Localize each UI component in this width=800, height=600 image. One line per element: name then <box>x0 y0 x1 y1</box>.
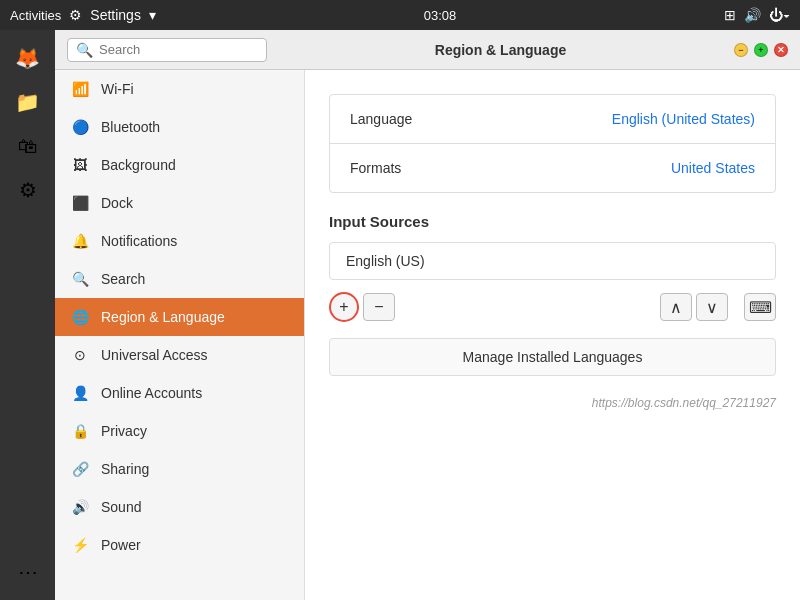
manage-languages-button[interactable]: Manage Installed Languages <box>329 338 776 376</box>
whole-layout: Activities ⚙ Settings ▾ 03:08 ⊞ 🔊 ⏻▾ 🦊 📁… <box>0 0 800 600</box>
sidebar-item-search[interactable]: 🔍 Search <box>55 260 304 298</box>
bluetooth-icon: 🔵 <box>71 118 89 136</box>
search-sidebar-icon: 🔍 <box>71 270 89 288</box>
sidebar-item-sharing[interactable]: 🔗 Sharing <box>55 450 304 488</box>
dock-icon-sidebar: ⬛ <box>71 194 89 212</box>
language-row[interactable]: Language English (United States) <box>329 94 776 144</box>
sidebar-item-label: Universal Access <box>101 347 208 363</box>
add-input-source-button[interactable]: + <box>329 292 359 322</box>
move-up-button[interactable]: ∧ <box>660 293 692 321</box>
power-icon: ⚡ <box>71 536 89 554</box>
activities-button[interactable]: Activities <box>10 8 61 23</box>
move-down-button[interactable]: ∨ <box>696 293 728 321</box>
network-icon: ⊞ <box>724 7 736 23</box>
sidebar: 📶 Wi-Fi 🔵 Bluetooth 🖼 Background ⬛ Dock <box>55 70 305 600</box>
region-icon: 🌐 <box>71 308 89 326</box>
formats-value[interactable]: United States <box>671 160 755 176</box>
sidebar-item-label: Sharing <box>101 461 149 477</box>
input-sources-title: Input Sources <box>329 213 776 230</box>
sidebar-item-region-language[interactable]: 🌐 Region & Language <box>55 298 304 336</box>
dock: 🦊 📁 🛍 ⚙ ⋯ <box>0 30 55 600</box>
wifi-icon: 📶 <box>71 80 89 98</box>
search-input[interactable] <box>99 42 258 57</box>
sidebar-item-label: Background <box>101 157 176 173</box>
sound-icon: 🔊 <box>71 498 89 516</box>
sidebar-item-label: Online Accounts <box>101 385 202 401</box>
watermark: https://blog.csdn.net/qq_27211927 <box>329 396 776 410</box>
sidebar-item-label: Power <box>101 537 141 553</box>
window-content: 📶 Wi-Fi 🔵 Bluetooth 🖼 Background ⬛ Dock <box>55 70 800 600</box>
remove-input-source-button[interactable]: − <box>363 293 395 321</box>
online-accounts-icon: 👤 <box>71 384 89 402</box>
universal-access-icon: ⊙ <box>71 346 89 364</box>
language-label: Language <box>350 111 412 127</box>
dock-settings[interactable]: ⚙ <box>8 170 48 210</box>
sidebar-item-label: Dock <box>101 195 133 211</box>
sidebar-item-bluetooth[interactable]: 🔵 Bluetooth <box>55 108 304 146</box>
notifications-icon: 🔔 <box>71 232 89 250</box>
window-frame: 🔍 Region & Language − + ✕ 📶 Wi-Fi <box>55 30 800 600</box>
sidebar-item-label: Region & Language <box>101 309 225 325</box>
keyboard-layout-button[interactable]: ⌨ <box>744 293 776 321</box>
topbar-clock: 03:08 <box>424 8 457 23</box>
close-button[interactable]: ✕ <box>774 43 788 57</box>
input-sources-list: English (US) <box>329 242 776 280</box>
minimize-button[interactable]: − <box>734 43 748 57</box>
sidebar-item-label: Search <box>101 271 145 287</box>
sidebar-item-sound[interactable]: 🔊 Sound <box>55 488 304 526</box>
sidebar-item-universal-access[interactable]: ⊙ Universal Access <box>55 336 304 374</box>
topbar-dropdown-icon[interactable]: ▾ <box>149 7 156 23</box>
volume-icon: 🔊 <box>744 7 761 23</box>
input-source-item[interactable]: English (US) <box>330 243 775 279</box>
background-icon: 🖼 <box>71 156 89 174</box>
power-menu-icon[interactable]: ⏻▾ <box>769 7 790 23</box>
sidebar-item-dock[interactable]: ⬛ Dock <box>55 184 304 222</box>
dock-files[interactable]: 📁 <box>8 82 48 122</box>
topbar: Activities ⚙ Settings ▾ 03:08 ⊞ 🔊 ⏻▾ <box>0 0 800 30</box>
dock-apps[interactable]: ⋯ <box>8 552 48 592</box>
window-title: Region & Language <box>277 42 724 58</box>
topbar-app-name[interactable]: Settings <box>90 7 141 23</box>
titlebar-search[interactable]: 🔍 <box>67 38 267 62</box>
formats-label: Formats <box>350 160 401 176</box>
formats-row[interactable]: Formats United States <box>329 143 776 193</box>
dock-firefox[interactable]: 🦊 <box>8 38 48 78</box>
sidebar-item-label: Sound <box>101 499 141 515</box>
topbar-right: ⊞ 🔊 ⏻▾ <box>724 7 790 23</box>
privacy-icon: 🔒 <box>71 422 89 440</box>
sidebar-item-notifications[interactable]: 🔔 Notifications <box>55 222 304 260</box>
sidebar-item-label: Privacy <box>101 423 147 439</box>
titlebar: 🔍 Region & Language − + ✕ <box>55 30 800 70</box>
sidebar-item-privacy[interactable]: 🔒 Privacy <box>55 412 304 450</box>
topbar-settings-icon: ⚙ <box>69 7 82 23</box>
dock-software[interactable]: 🛍 <box>8 126 48 166</box>
sidebar-item-label: Wi-Fi <box>101 81 134 97</box>
sidebar-item-wifi[interactable]: 📶 Wi-Fi <box>55 70 304 108</box>
sharing-icon: 🔗 <box>71 460 89 478</box>
sidebar-item-online-accounts[interactable]: 👤 Online Accounts <box>55 374 304 412</box>
search-icon: 🔍 <box>76 42 93 58</box>
sidebar-item-background[interactable]: 🖼 Background <box>55 146 304 184</box>
input-sources-controls: + − ∧ ∨ ⌨ <box>329 292 776 322</box>
maximize-button[interactable]: + <box>754 43 768 57</box>
sidebar-item-label: Bluetooth <box>101 119 160 135</box>
main-panel: Language English (United States) Formats… <box>305 70 800 600</box>
main-area: 🦊 📁 🛍 ⚙ ⋯ 🔍 Region & Language − + ✕ <box>0 30 800 600</box>
language-value[interactable]: English (United States) <box>612 111 755 127</box>
window-controls: − + ✕ <box>734 43 788 57</box>
sidebar-item-power[interactable]: ⚡ Power <box>55 526 304 564</box>
sidebar-item-label: Notifications <box>101 233 177 249</box>
topbar-left: Activities ⚙ Settings ▾ <box>10 7 156 23</box>
